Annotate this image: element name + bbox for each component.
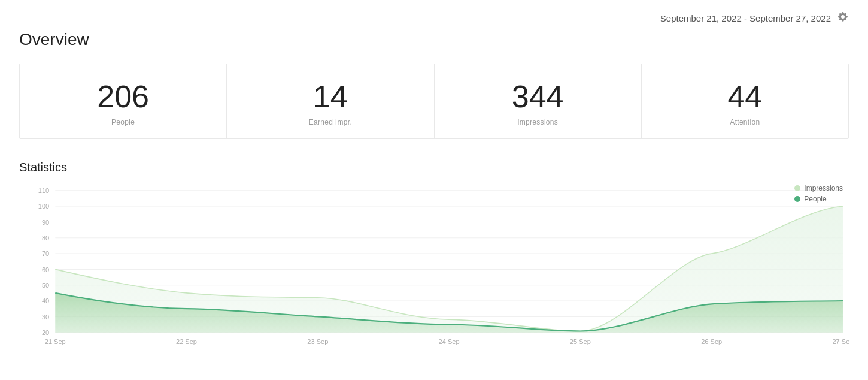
chart-container: 110 100 90 80 70 60 50 40 30 20 — [19, 184, 849, 352]
svg-text:30: 30 — [42, 313, 49, 320]
svg-text:27 Sep: 27 Sep — [832, 338, 849, 345]
svg-text:70: 70 — [42, 250, 49, 257]
metric-value: 14 — [246, 81, 414, 112]
legend-label-impressions: Impressions — [804, 184, 843, 192]
date-range: September 21, 2022 - September 27, 2022 — [660, 13, 831, 23]
svg-text:80: 80 — [42, 234, 49, 242]
legend-item-impressions: Impressions — [794, 184, 843, 192]
metric-label: Earned Impr. — [246, 118, 414, 126]
svg-text:50: 50 — [42, 282, 49, 289]
metric-cell-impressions: 344 Impressions — [435, 64, 642, 138]
gear-icon[interactable] — [837, 11, 849, 25]
top-bar: September 21, 2022 - September 27, 2022 — [0, 0, 868, 30]
metric-label: Impressions — [454, 118, 622, 126]
metric-cell-earned-impr.: 14 Earned Impr. — [227, 64, 434, 138]
metric-label: Attention — [661, 118, 829, 126]
svg-text:21 Sep: 21 Sep — [45, 338, 66, 345]
statistics-title: Statistics — [19, 161, 849, 174]
svg-text:110: 110 — [38, 187, 49, 194]
metric-cell-attention: 44 Attention — [642, 64, 848, 138]
svg-text:90: 90 — [42, 218, 49, 225]
svg-text:26 Sep: 26 Sep — [701, 338, 722, 345]
metric-value: 44 — [661, 81, 829, 112]
metric-value: 206 — [39, 81, 207, 112]
metric-value: 344 — [454, 81, 622, 112]
svg-text:25 Sep: 25 Sep — [570, 338, 591, 345]
metrics-row: 206 People 14 Earned Impr. 344 Impressio… — [19, 64, 849, 139]
svg-text:20: 20 — [42, 329, 49, 336]
statistics-chart: 110 100 90 80 70 60 50 40 30 20 — [19, 184, 849, 352]
legend-label-people: People — [804, 195, 826, 203]
legend-dot-people — [794, 196, 800, 202]
metric-cell-people: 206 People — [20, 64, 227, 138]
main-content: Overview 206 People 14 Earned Impr. 344 … — [0, 30, 868, 364]
legend-dot-impressions — [794, 185, 800, 191]
svg-text:100: 100 — [38, 203, 49, 210]
chart-legend: Impressions People — [794, 184, 843, 203]
svg-text:40: 40 — [42, 297, 49, 304]
metric-label: People — [39, 118, 207, 126]
svg-text:22 Sep: 22 Sep — [176, 338, 197, 345]
overview-title: Overview — [19, 30, 849, 49]
legend-item-people: People — [794, 195, 843, 203]
svg-text:60: 60 — [42, 266, 49, 273]
svg-text:24 Sep: 24 Sep — [439, 338, 460, 345]
svg-text:23 Sep: 23 Sep — [307, 338, 328, 345]
